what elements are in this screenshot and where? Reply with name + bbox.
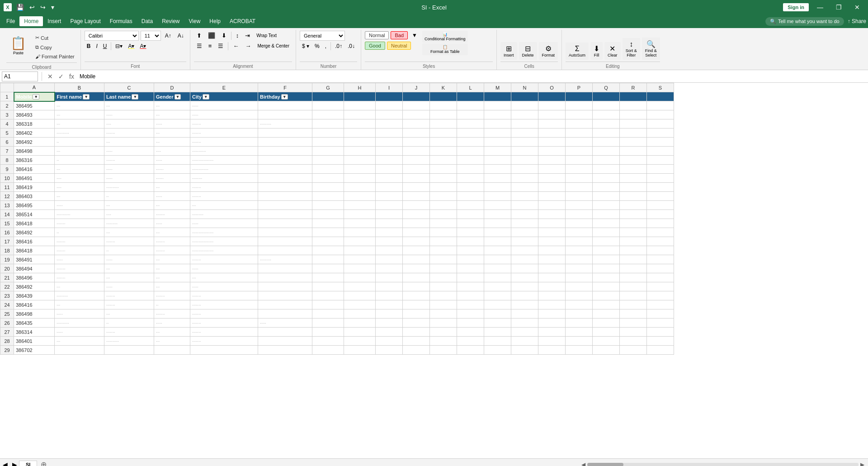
cell-i23[interactable] (376, 291, 403, 300)
cell-b7[interactable]: ··· (55, 147, 104, 156)
cell-a2[interactable]: 386495 (14, 101, 55, 110)
cell-b1[interactable]: First name ▼ (55, 92, 104, 101)
name-box[interactable] (2, 71, 38, 81)
cell-d9[interactable]: ······ (154, 165, 190, 174)
cell-d16[interactable]: ··· (154, 228, 190, 237)
cell-p28[interactable] (566, 337, 593, 346)
cell-b10[interactable]: ···· (55, 174, 104, 183)
cell-r19[interactable] (620, 255, 647, 264)
cell-n26[interactable] (511, 319, 538, 328)
share-button[interactable]: ↑ Share (848, 18, 866, 24)
cell-p14[interactable] (566, 210, 593, 219)
style-normal-badge[interactable]: Normal (365, 31, 389, 39)
cell-c17[interactable]: ······· (104, 237, 154, 246)
cell-k11[interactable] (430, 183, 457, 192)
format-cells-button[interactable]: ⚙ Format (539, 42, 558, 60)
cell-d14[interactable]: ······· (154, 210, 190, 219)
cell-f13[interactable] (258, 201, 312, 210)
cell-k23[interactable] (430, 291, 457, 300)
cell-r18[interactable] (620, 246, 647, 255)
merge-center-button[interactable]: Merge & Center (255, 42, 292, 50)
cell-q3[interactable] (593, 110, 620, 119)
cell-k18[interactable] (430, 246, 457, 255)
cell-r20[interactable] (620, 264, 647, 273)
cell-f29[interactable] (258, 346, 312, 355)
cell-e9[interactable]: ············· (190, 165, 258, 174)
cell-n2[interactable] (511, 101, 538, 110)
cell-m15[interactable] (484, 219, 511, 228)
style-bad-badge[interactable]: Bad (391, 31, 408, 39)
cell-l17[interactable] (457, 237, 484, 246)
cell-c16[interactable]: ··· (104, 228, 154, 237)
cell-b5[interactable]: ·········· (55, 128, 104, 138)
cell-s22[interactable] (647, 282, 674, 291)
cell-g17[interactable] (312, 237, 344, 246)
cell-n19[interactable] (511, 255, 538, 264)
cell-d25[interactable]: ······· (154, 309, 190, 319)
cell-a16[interactable]: 386492 (14, 228, 55, 237)
cell-i27[interactable] (376, 328, 403, 337)
cell-d7[interactable]: ···· (154, 147, 190, 156)
cell-s19[interactable] (647, 255, 674, 264)
cell-l15[interactable] (457, 219, 484, 228)
cell-m10[interactable] (484, 174, 511, 183)
cell-i7[interactable] (376, 147, 403, 156)
cell-o6[interactable] (538, 138, 566, 147)
cell-k21[interactable] (430, 273, 457, 282)
menu-help[interactable]: Help (205, 16, 225, 26)
cell-g20[interactable] (312, 264, 344, 273)
cell-q23[interactable] (593, 291, 620, 300)
cell-e24[interactable]: ······· (190, 300, 258, 309)
cell-b4[interactable]: ··· (55, 119, 104, 128)
cell-g7[interactable] (312, 147, 344, 156)
cell-c24[interactable]: ······· (104, 300, 154, 309)
cell-d3[interactable]: ··· (154, 110, 190, 119)
cell-p25[interactable] (566, 309, 593, 319)
cell-s5[interactable] (647, 128, 674, 138)
cell-j25[interactable] (403, 309, 430, 319)
cell-p7[interactable] (566, 147, 593, 156)
cell-q7[interactable] (593, 147, 620, 156)
filter-btn-a[interactable]: ▼ (33, 94, 39, 100)
cell-i10[interactable] (376, 174, 403, 183)
cell-f9[interactable] (258, 165, 312, 174)
cell-n8[interactable] (511, 156, 538, 165)
cell-r24[interactable] (620, 300, 647, 309)
col-header-q[interactable]: Q (593, 83, 620, 92)
cell-e2[interactable]: ····· (190, 101, 258, 110)
cell-i29[interactable] (376, 346, 403, 355)
formula-input[interactable] (78, 72, 866, 81)
cell-b20[interactable]: ······· (55, 264, 104, 273)
cell-r16[interactable] (620, 228, 647, 237)
cell-h24[interactable] (344, 300, 376, 309)
cell-a23[interactable]: 386439 (14, 291, 55, 300)
cell-m26[interactable] (484, 319, 511, 328)
cell-h25[interactable] (344, 309, 376, 319)
cell-p13[interactable] (566, 201, 593, 210)
cell-j2[interactable] (403, 101, 430, 110)
cell-s25[interactable] (647, 309, 674, 319)
cell-a19[interactable]: 386491 (14, 255, 55, 264)
cell-a28[interactable]: 386401 (14, 337, 55, 346)
cell-j8[interactable] (403, 156, 430, 165)
underline-button[interactable]: U (101, 42, 109, 51)
cell-j16[interactable] (403, 228, 430, 237)
cell-s14[interactable] (647, 210, 674, 219)
cell-a14[interactable]: 386514 (14, 210, 55, 219)
cell-h5[interactable] (344, 128, 376, 138)
cell-d23[interactable]: ······· (154, 291, 190, 300)
fill-button[interactable]: ⬇ Fill (590, 42, 603, 60)
cell-d8[interactable]: ····· (154, 156, 190, 165)
cell-p24[interactable] (566, 300, 593, 309)
cell-r23[interactable] (620, 291, 647, 300)
cell-f4[interactable]: ········· (258, 119, 312, 128)
cell-a17[interactable]: 386416 (14, 237, 55, 246)
cell-d6[interactable]: ··· (154, 138, 190, 147)
cell-p2[interactable] (566, 101, 593, 110)
cell-g24[interactable] (312, 300, 344, 309)
cell-o14[interactable] (538, 210, 566, 219)
cell-h15[interactable] (344, 219, 376, 228)
cell-h8[interactable] (344, 156, 376, 165)
cell-b24[interactable]: ··· (55, 300, 104, 309)
cell-h28[interactable] (344, 337, 376, 346)
